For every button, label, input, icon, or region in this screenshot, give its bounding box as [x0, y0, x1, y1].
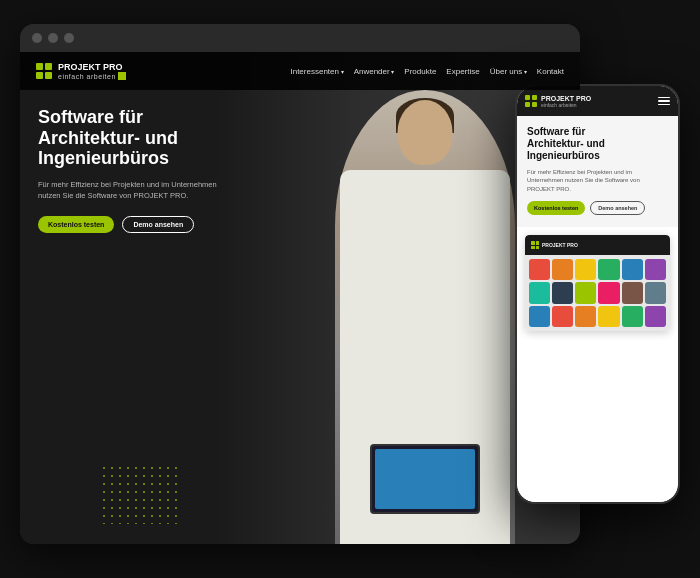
desktop-hero-content: Software für Architektur- und Ingenieurb… [38, 107, 238, 233]
app-icon-3[interactable] [575, 259, 596, 280]
mobile-title-line3: Ingenieurbüros [527, 150, 600, 161]
app-grid-logo: PROJEKT PRO [531, 241, 578, 249]
mobile-hero-buttons: Kostenlos testen Demo ansehen [527, 201, 668, 215]
person-shirt [340, 170, 510, 544]
desktop-cta-primary[interactable]: Kostenlos testen [38, 216, 114, 233]
logo-green-square [118, 72, 126, 80]
mobile-hero-description: Für mehr Effizienz bei Projekten und im … [527, 168, 668, 193]
mobile-mockup: PROJEKT PRO einfach arbeiten Software fü… [515, 84, 680, 504]
hero-title-line3: Ingenieurbüros [38, 148, 169, 168]
desktop-cta-secondary[interactable]: Demo ansehen [122, 216, 194, 233]
person-figure [325, 90, 525, 544]
person-body [335, 90, 515, 544]
mobile-logo-brand: PROJEKT PRO [541, 95, 591, 102]
desktop-content: PROJEKT PRO einfach arbeiten Interessent… [20, 52, 580, 544]
app-icon-11[interactable] [622, 282, 643, 303]
decorative-dots [100, 464, 180, 524]
logo-brand-text: PROJEKT PRO [58, 62, 126, 73]
mobile-logo: PROJEKT PRO einfach arbeiten [525, 95, 591, 108]
app-icon-12[interactable] [645, 282, 666, 303]
logo-cell-1 [36, 63, 43, 70]
logo-cell-4 [45, 72, 52, 79]
logo-subtitle: einfach arbeiten [58, 73, 116, 80]
scene: PROJEKT PRO einfach arbeiten Interessent… [20, 24, 680, 554]
app-icon-13[interactable] [529, 306, 550, 327]
nav-expertise[interactable]: Expertise [446, 67, 479, 76]
nav-anwender[interactable]: Anwender [354, 67, 395, 76]
nav-kontakt[interactable]: Kontakt [537, 67, 564, 76]
window-dot-2 [48, 33, 58, 43]
app-grid-section: PROJEKT PRO [517, 227, 678, 502]
app-icon-16[interactable] [598, 306, 619, 327]
app-grid-header: PROJEKT PRO [525, 235, 670, 255]
window-dot-1 [32, 33, 42, 43]
ag-logo-3 [531, 246, 535, 250]
hamburger-menu-icon[interactable] [658, 97, 670, 106]
app-icon-9[interactable] [575, 282, 596, 303]
person-tablet [370, 444, 480, 514]
app-icon-6[interactable] [645, 259, 666, 280]
app-icon-5[interactable] [622, 259, 643, 280]
hero-title-line2: Architektur- und [38, 128, 178, 148]
tablet-screen [375, 449, 475, 509]
app-icon-10[interactable] [598, 282, 619, 303]
desktop-hero-title: Software für Architektur- und Ingenieurb… [38, 107, 238, 169]
desktop-navbar: PROJEKT PRO einfach arbeiten Interessent… [20, 52, 580, 90]
app-icon-15[interactable] [575, 306, 596, 327]
logo-cell-3 [36, 72, 43, 79]
logo-grid-icon [36, 63, 52, 79]
mobile-cta-primary[interactable]: Kostenlos testen [527, 201, 585, 215]
app-icon-7[interactable] [529, 282, 550, 303]
ag-logo-4 [536, 246, 540, 250]
app-icon-grid [525, 255, 670, 331]
app-icon-14[interactable] [552, 306, 573, 327]
app-grid-title: PROJEKT PRO [542, 242, 578, 248]
app-icon-8[interactable] [552, 282, 573, 303]
app-icon-2[interactable] [552, 259, 573, 280]
app-icon-1[interactable] [529, 259, 550, 280]
mobile-navbar: PROJEKT PRO einfach arbeiten [517, 86, 678, 116]
desktop-mockup: PROJEKT PRO einfach arbeiten Interessent… [20, 24, 580, 544]
logo-cell-2 [45, 63, 52, 70]
mobile-title-line1: Software für [527, 126, 585, 137]
mobile-cta-secondary[interactable]: Demo ansehen [590, 201, 645, 215]
app-grid-logo-icon [531, 241, 539, 249]
ag-logo-2 [536, 241, 540, 245]
ag-logo-1 [531, 241, 535, 245]
ham-line-1 [658, 97, 670, 99]
mobile-logo-icon [525, 95, 537, 107]
hero-title-line1: Software für [38, 107, 143, 127]
ham-line-2 [658, 100, 670, 102]
m-logo-cell-4 [532, 102, 537, 107]
mobile-content: PROJEKT PRO einfach arbeiten Software fü… [517, 86, 678, 502]
nav-ueber-uns[interactable]: Über uns [490, 67, 527, 76]
app-icon-4[interactable] [598, 259, 619, 280]
person-head [398, 100, 453, 165]
m-logo-cell-3 [525, 102, 530, 107]
desktop-nav-links: Interessenten Anwender Produkte Expertis… [290, 67, 564, 76]
app-icon-17[interactable] [622, 306, 643, 327]
desktop-hero-description: Für mehr Effizienz bei Projekten und im … [38, 179, 238, 202]
mobile-hero-title: Software für Architektur- und Ingenieurb… [527, 126, 668, 162]
nav-produkte[interactable]: Produkte [404, 67, 436, 76]
nav-interessenten[interactable]: Interessenten [290, 67, 343, 76]
desktop-titlebar [20, 24, 580, 52]
window-dot-3 [64, 33, 74, 43]
m-logo-cell-1 [525, 95, 530, 100]
mobile-title-line2: Architektur- und [527, 138, 605, 149]
ham-line-3 [658, 104, 670, 106]
m-logo-cell-2 [532, 95, 537, 100]
app-icon-18[interactable] [645, 306, 666, 327]
desktop-hero-buttons: Kostenlos testen Demo ansehen [38, 216, 238, 233]
logo-pro: PRO [103, 62, 123, 72]
desktop-logo: PROJEKT PRO einfach arbeiten [36, 62, 126, 81]
mobile-hero: Software für Architektur- und Ingenieurb… [517, 116, 678, 227]
mobile-logo-sub: einfach arbeiten [541, 102, 591, 108]
